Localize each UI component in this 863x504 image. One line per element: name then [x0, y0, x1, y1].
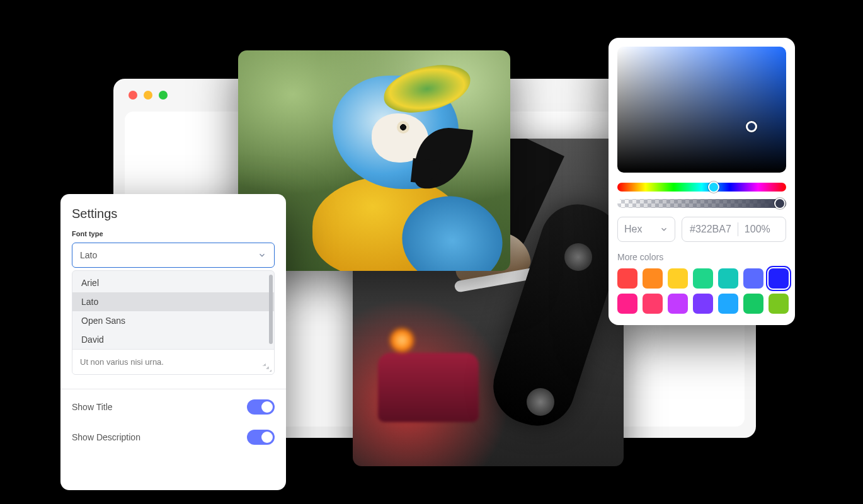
color-swatch[interactable]: [668, 268, 688, 289]
chevron-down-icon: [660, 225, 668, 234]
hex-value: #322BA7: [690, 224, 731, 235]
show-title-row: Show Title: [72, 392, 275, 422]
separator: [738, 222, 738, 236]
window-minimize-icon[interactable]: [144, 91, 152, 100]
color-swatch[interactable]: [668, 294, 688, 314]
swatch-grid: [617, 268, 786, 314]
chevron-down-icon: [258, 251, 266, 260]
color-picker-panel: Hex #322BA7 100% More colors: [609, 38, 795, 325]
color-swatch[interactable]: [617, 294, 637, 314]
color-swatch[interactable]: [743, 294, 763, 314]
color-swatch[interactable]: [693, 294, 713, 314]
more-colors-label: More colors: [617, 252, 786, 262]
settings-panel: Settings Font type Lato ArielLatoOpen Sa…: [60, 194, 286, 490]
font-type-label: Font type: [72, 230, 275, 238]
color-gradient-field[interactable]: [617, 47, 786, 173]
show-description-row: Show Description: [72, 422, 275, 452]
settings-title: Settings: [72, 207, 275, 221]
hue-slider[interactable]: [617, 183, 786, 192]
scrollbar[interactable]: [269, 275, 273, 344]
font-preview-text: Ut non varius nisi urna.: [80, 357, 164, 367]
color-swatch[interactable]: [617, 268, 637, 289]
font-type-value: Lato: [80, 250, 97, 260]
show-title-label: Show Title: [72, 402, 113, 412]
opacity-slider[interactable]: [617, 199, 786, 208]
gradient-cursor-icon[interactable]: [746, 121, 757, 132]
color-mode-select[interactable]: Hex: [617, 217, 675, 242]
opacity-value: 100%: [745, 224, 770, 235]
color-swatch[interactable]: [718, 268, 738, 289]
color-swatch[interactable]: [643, 294, 663, 314]
resize-handle-icon[interactable]: [263, 363, 271, 372]
color-swatch[interactable]: [693, 268, 713, 289]
divider: [60, 389, 286, 389]
font-type-select[interactable]: Lato: [72, 243, 275, 268]
opacity-slider-knob[interactable]: [774, 198, 786, 209]
color-mode-value: Hex: [624, 224, 642, 235]
show-description-label: Show Description: [72, 432, 140, 442]
window-zoom-icon[interactable]: [159, 91, 168, 100]
show-title-toggle[interactable]: [247, 399, 275, 415]
hex-input[interactable]: #322BA7 100%: [682, 217, 786, 242]
font-option[interactable]: David: [72, 330, 274, 349]
color-swatch[interactable]: [769, 268, 789, 289]
color-swatch[interactable]: [769, 294, 789, 314]
color-swatch[interactable]: [718, 294, 738, 314]
font-option[interactable]: Lato: [72, 292, 274, 311]
window-close-icon[interactable]: [129, 91, 137, 100]
font-option[interactable]: Open Sans: [72, 311, 274, 330]
font-options-dropdown: ArielLatoOpen SansDavid Ut non varius ni…: [72, 270, 275, 375]
color-swatch[interactable]: [643, 268, 663, 289]
font-preview-textarea[interactable]: Ut non varius nisi urna.: [72, 349, 274, 374]
font-option[interactable]: Ariel: [72, 273, 274, 292]
show-description-toggle[interactable]: [247, 430, 275, 445]
hue-slider-knob[interactable]: [708, 181, 719, 193]
color-swatch[interactable]: [743, 268, 763, 289]
